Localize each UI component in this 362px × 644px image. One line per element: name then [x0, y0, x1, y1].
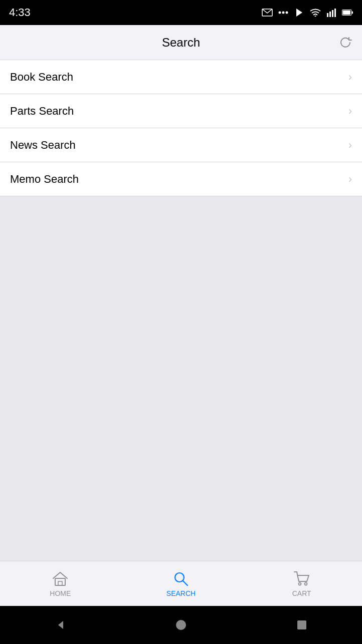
- menu-list: Book Search › Parts Search › News Search…: [0, 60, 362, 196]
- play-icon: [294, 7, 305, 18]
- wifi-icon: [310, 7, 321, 18]
- recents-button[interactable]: [289, 612, 314, 637]
- tab-cart-label: CART: [292, 589, 311, 597]
- svg-rect-12: [351, 11, 353, 14]
- chevron-icon: ›: [348, 71, 352, 84]
- menu-item-news-search[interactable]: News Search ›: [0, 128, 362, 162]
- status-time: 4:33: [9, 6, 31, 19]
- menu-item-parts-search[interactable]: Parts Search ›: [0, 94, 362, 128]
- svg-rect-8: [332, 10, 333, 17]
- svg-point-18: [304, 582, 307, 585]
- svg-point-1: [279, 12, 281, 14]
- tab-home-label: HOME: [50, 589, 71, 597]
- mail-icon: [262, 7, 273, 18]
- tab-search[interactable]: SEARCH: [121, 561, 242, 606]
- tab-bar: HOME SEARCH CART: [0, 561, 362, 606]
- chevron-icon: ›: [348, 139, 352, 152]
- svg-point-2: [282, 12, 285, 14]
- tab-home[interactable]: HOME: [0, 561, 121, 606]
- search-icon: [172, 570, 190, 587]
- battery-icon: [342, 7, 353, 18]
- dots-icon: [278, 7, 289, 18]
- chevron-icon: ›: [348, 173, 352, 186]
- signal-icon: [326, 7, 337, 18]
- svg-point-20: [176, 620, 186, 630]
- svg-point-5: [315, 16, 316, 17]
- home-button[interactable]: [168, 612, 194, 637]
- home-icon: [52, 570, 69, 587]
- svg-rect-6: [327, 13, 328, 17]
- menu-item-memo-search[interactable]: Memo Search ›: [0, 162, 362, 196]
- cart-icon: [293, 570, 310, 587]
- tab-cart[interactable]: CART: [241, 561, 362, 606]
- svg-rect-13: [55, 578, 65, 585]
- svg-point-17: [298, 582, 301, 585]
- empty-content-area: [0, 196, 362, 561]
- chevron-icon: ›: [348, 105, 352, 118]
- status-bar: 4:33: [0, 0, 362, 25]
- android-nav-bar: [0, 606, 362, 644]
- svg-point-3: [286, 12, 288, 14]
- status-icons: [262, 7, 353, 18]
- svg-line-16: [183, 581, 188, 585]
- refresh-button[interactable]: [338, 35, 353, 50]
- tab-search-label: SEARCH: [166, 589, 196, 597]
- svg-marker-19: [58, 621, 63, 629]
- svg-marker-4: [296, 9, 302, 17]
- page-title: Search: [162, 36, 200, 50]
- svg-rect-9: [334, 9, 336, 17]
- svg-rect-7: [329, 12, 331, 17]
- nav-header: Search: [0, 25, 362, 60]
- svg-rect-14: [58, 581, 62, 585]
- back-button[interactable]: [48, 612, 73, 637]
- svg-rect-11: [343, 11, 350, 15]
- svg-rect-21: [297, 620, 306, 629]
- menu-item-book-search[interactable]: Book Search ›: [0, 60, 362, 94]
